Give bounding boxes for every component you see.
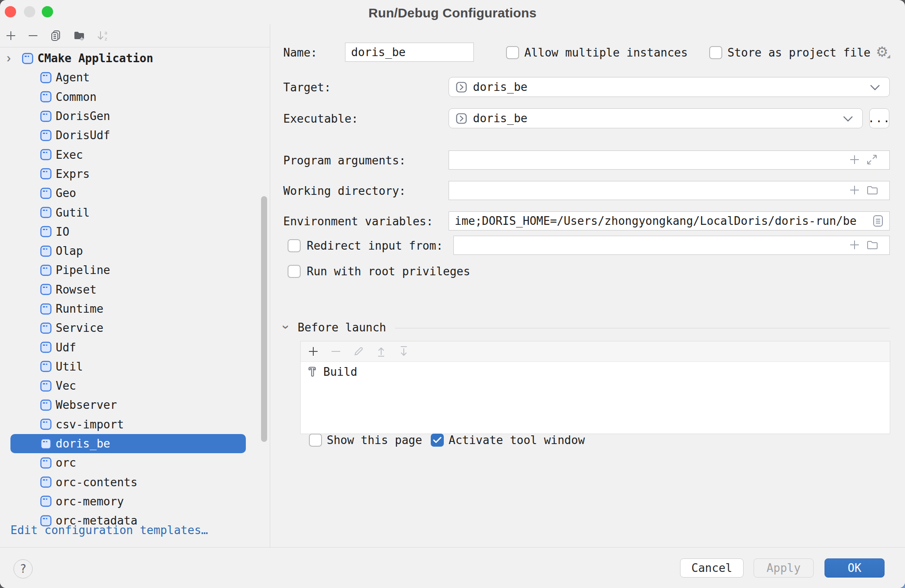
name-input[interactable]: doris_be [345,43,474,62]
redirect-input-checkbox[interactable] [288,239,301,252]
folder-browse-icon[interactable] [866,184,878,196]
tree-item[interactable]: Geo [0,184,270,203]
chevron-down-icon[interactable]: ❯ [6,54,17,63]
before-launch-collapse-icon[interactable]: ❯ [282,324,290,330]
configuration-icon [40,341,52,353]
run-with-root-checkbox[interactable] [288,265,301,278]
program-arguments-input[interactable] [449,150,890,170]
tree-item[interactable]: csv-import [0,415,270,434]
svg-text:z: z [104,36,107,42]
hammer-icon [307,366,319,378]
add-task-button[interactable] [307,345,320,358]
environment-variables-label: Environment variables: [283,215,433,228]
store-as-project-file-label: Store as project file [727,46,871,59]
configuration-icon [40,264,52,276]
before-launch-task-row[interactable]: Build [301,362,890,382]
configuration-icon [40,418,52,430]
before-launch-title: Before launch [298,321,386,334]
tree-item-label: csv-import [56,418,124,431]
executable-label: Executable: [283,112,358,125]
configuration-icon [40,149,52,160]
tree-item[interactable]: Olap [0,241,270,261]
tree-item[interactable]: orc-memory [0,492,270,511]
tree-root-label: CMake Application [37,52,153,65]
show-this-page-label: Show this page [327,434,422,447]
tree-item[interactable]: DorisGen [0,107,270,126]
configuration-icon [40,284,52,295]
tree-item-label: Udf [56,341,76,354]
tree-item[interactable]: Webserver [0,395,270,414]
before-launch-panel: Build [300,341,890,434]
add-configuration-button[interactable] [4,29,17,42]
help-button[interactable]: ? [13,559,33,578]
move-task-down-icon [397,345,410,358]
store-options-button[interactable]: ⚙ [876,45,890,58]
tree-item[interactable]: Gutil [0,203,270,222]
redirect-input-field[interactable] [453,236,890,255]
allow-multiple-instances-label: Allow multiple instances [524,46,688,59]
configurations-sidebar: a z ❯ CMake Application [0,24,270,547]
add-macro-icon[interactable] [849,239,860,251]
tree-item[interactable]: Udf [0,337,270,357]
tree-item[interactable]: orc-contents [0,473,270,492]
new-folder-icon[interactable] [73,29,86,42]
tree-item[interactable]: Vec [0,376,270,395]
tree-item-label: DorisGen [56,110,110,123]
configuration-icon [40,495,52,507]
task-label: Build [323,365,357,378]
folder-browse-icon[interactable] [866,239,878,251]
tree-item[interactable]: Exec [0,145,270,164]
target-chevron-down-icon[interactable] [870,84,880,90]
copy-configuration-button[interactable] [50,29,63,42]
tree-item-label: Pipeline [56,264,110,277]
tree-item[interactable]: Exprs [0,164,270,184]
target-value: doris_be [473,80,527,94]
environment-variables-input[interactable]: ime;DORIS_HOME=/Users/zhongyongkang/Loca… [449,211,890,231]
tree-item[interactable]: Agent [0,68,270,87]
show-this-page-checkbox[interactable] [309,434,322,447]
configuration-icon [40,399,52,411]
configuration-icon [40,380,52,392]
tree-item-label: Service [56,321,104,334]
tree-item[interactable]: Rowset [0,280,270,299]
tree-item-label: IO [56,225,69,238]
configuration-icon [40,322,52,334]
tree-item-label: Runtime [56,302,104,315]
configuration-icon [40,110,52,122]
tree-item[interactable]: Util [0,357,270,376]
before-launch-toolbar [301,341,890,362]
target-select[interactable]: doris_be [449,77,890,97]
sidebar-scrollbar-thumb[interactable] [261,196,267,442]
store-as-project-file-checkbox[interactable] [709,46,722,59]
ok-button[interactable]: OK [825,558,885,578]
edit-variables-icon[interactable] [871,214,885,227]
tree-item-selected[interactable]: doris_be [10,434,246,453]
tree-item-label: Webserver [56,398,117,411]
edit-task-pencil-icon [352,345,365,358]
configuration-icon [40,476,52,488]
tree-item[interactable]: IO [0,222,270,241]
executable-chevron-down-icon[interactable] [843,116,853,122]
tree-item-label: DorisUdf [56,129,110,142]
tree-item[interactable]: Pipeline [0,261,270,280]
tree-item[interactable]: Runtime [0,299,270,318]
edit-configuration-templates-link[interactable]: Edit configuration templates… [10,524,208,537]
cancel-button[interactable]: Cancel [680,558,744,578]
tree-item[interactable]: orc [0,453,270,472]
configuration-icon [40,130,52,141]
tree-item[interactable]: Service [0,318,270,337]
tree-item-label: Util [56,360,83,373]
add-macro-icon[interactable] [849,154,860,165]
expand-field-icon[interactable] [866,154,878,165]
remove-configuration-button[interactable] [27,29,40,42]
allow-multiple-instances-checkbox[interactable] [506,46,519,59]
tree-root-cmake-application[interactable]: ❯ CMake Application [0,49,270,68]
browse-executable-button[interactable]: ... [869,108,889,128]
executable-select[interactable]: doris_be [449,108,863,128]
add-macro-icon[interactable] [849,184,860,196]
activate-tool-window-checkbox[interactable] [431,434,444,447]
tree-item[interactable]: Common [0,87,270,107]
working-directory-input[interactable] [449,181,890,200]
tree-item[interactable]: DorisUdf [0,126,270,145]
move-task-up-icon [375,345,388,358]
